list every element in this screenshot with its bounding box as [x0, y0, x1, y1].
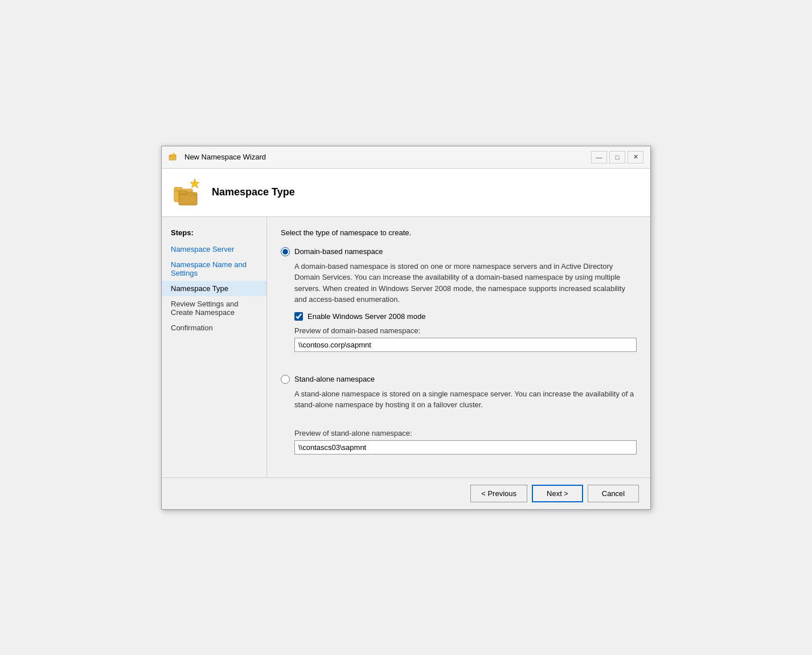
domain-based-section: Domain-based namespace A domain-based na…	[281, 247, 637, 352]
svg-rect-0	[169, 155, 176, 160]
standalone-description: A stand-alone namespace is stored on a s…	[294, 388, 637, 411]
divider2	[281, 417, 637, 429]
sidebar-item-review-settings: Review Settings and Create Namespace	[162, 296, 266, 320]
standalone-radio[interactable]	[281, 375, 290, 384]
cancel-button[interactable]: Cancel	[588, 485, 639, 502]
header-icon	[173, 178, 203, 207]
previous-button[interactable]: < Previous	[470, 485, 527, 502]
domain-based-label[interactable]: Domain-based namespace	[294, 247, 383, 256]
divider	[281, 363, 637, 375]
title-bar-left: New Namespace Wizard	[169, 152, 266, 163]
minimize-button[interactable]: —	[591, 151, 607, 163]
main-content: Select the type of namespace to create. …	[267, 217, 650, 477]
svg-marker-6	[190, 179, 199, 188]
svg-rect-3	[174, 187, 182, 190]
domain-based-radio-row: Domain-based namespace	[281, 247, 637, 256]
sidebar-item-namespace-server[interactable]: Namespace Server	[162, 241, 266, 257]
intro-text: Select the type of namespace to create.	[281, 228, 637, 237]
svg-rect-4	[179, 193, 197, 205]
close-button[interactable]: ✕	[628, 151, 643, 163]
standalone-label[interactable]: Stand-alone namespace	[294, 375, 375, 383]
title-bar-icon	[169, 152, 180, 163]
steps-label: Steps:	[162, 226, 266, 241]
page-title: Namespace Type	[212, 186, 295, 198]
maximize-button[interactable]: □	[609, 151, 625, 163]
sidebar-item-namespace-name[interactable]: Namespace Name and Settings	[162, 257, 266, 281]
domain-preview-input[interactable]	[294, 338, 637, 352]
standalone-preview-input[interactable]	[294, 440, 637, 455]
domain-preview-label: Preview of domain-based namespace:	[294, 326, 637, 335]
header-section: Namespace Type	[162, 169, 650, 217]
svg-rect-5	[179, 191, 187, 194]
sidebar-item-namespace-type[interactable]: Namespace Type	[162, 281, 266, 296]
footer: < Previous Next > Cancel	[162, 477, 650, 509]
enable-2008-mode-row: Enable Windows Server 2008 mode	[294, 312, 637, 321]
title-bar: New Namespace Wizard — □ ✕	[162, 146, 650, 169]
sidebar: Steps: Namespace Server Namespace Name a…	[162, 217, 267, 477]
domain-based-radio[interactable]	[281, 247, 290, 256]
sidebar-item-confirmation: Confirmation	[162, 320, 266, 335]
enable-2008-label[interactable]: Enable Windows Server 2008 mode	[307, 312, 425, 321]
domain-based-description: A domain-based namespace is stored on on…	[294, 261, 637, 305]
standalone-radio-row: Stand-alone namespace	[281, 375, 637, 384]
window-title: New Namespace Wizard	[184, 153, 266, 161]
enable-2008-checkbox[interactable]	[294, 312, 303, 321]
next-button[interactable]: Next >	[532, 485, 583, 502]
standalone-preview-label: Preview of stand-alone namespace:	[294, 429, 637, 437]
wizard-window: New Namespace Wizard — □ ✕ Namespace Ty	[161, 146, 651, 510]
standalone-section: Stand-alone namespace A stand-alone name…	[281, 375, 637, 455]
content-area: Steps: Namespace Server Namespace Name a…	[162, 217, 650, 477]
title-bar-controls: — □ ✕	[591, 151, 643, 163]
